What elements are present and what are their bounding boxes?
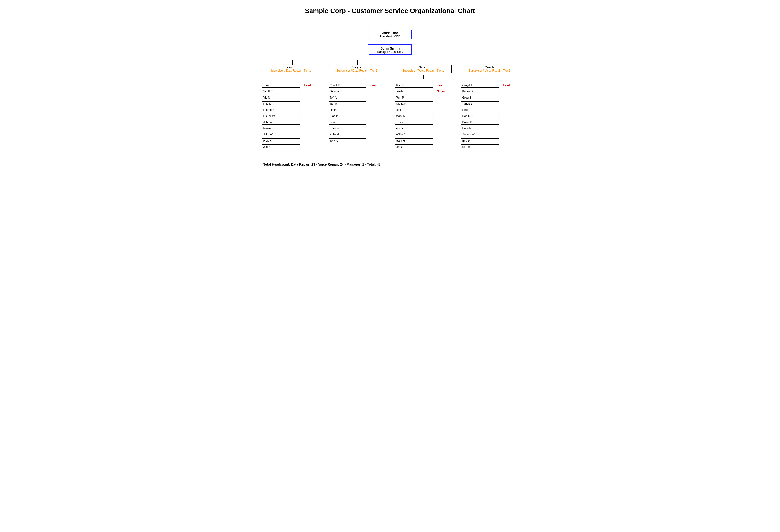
employee-box: Dan K xyxy=(329,120,367,125)
manager-box: John Smith Manager / Cust Serv xyxy=(368,44,412,55)
drop-line xyxy=(292,60,293,65)
employee-box: Linda H xyxy=(329,107,367,112)
employee-box: Angela W xyxy=(461,132,499,137)
employee-box: Tom P xyxy=(395,95,433,100)
member-row: David B xyxy=(461,120,518,125)
page-title: Sample Corp - Customer Service Organizat… xyxy=(5,7,775,15)
member-row: Gary H xyxy=(395,138,452,143)
employee-box: Jim S xyxy=(262,144,300,149)
supervisor-box: Paul JSupervisor / Data Repair - Tier 1 xyxy=(262,65,319,74)
employee-box: Andre T xyxy=(395,126,433,131)
member-row: Rosie T xyxy=(262,126,319,131)
employee-box: Rosie T xyxy=(262,126,300,131)
org-chart: John Doe President / CEO John Smith Mana… xyxy=(262,29,518,151)
member-row: Jeff A xyxy=(329,95,385,100)
employee-box: Alan B xyxy=(329,114,367,118)
employee-box: Joe N xyxy=(395,89,433,94)
role-tag: Lead xyxy=(437,84,444,87)
employee-box: Eve D xyxy=(461,138,499,143)
employee-box: Gloria K xyxy=(395,101,433,106)
member-row: Julie W xyxy=(262,132,319,137)
member-row: Angela W xyxy=(461,132,518,137)
drop-line xyxy=(357,60,358,65)
employee-box: Brenda B xyxy=(329,126,367,131)
employee-box: Jan R xyxy=(329,101,367,106)
employee-box: Tom V xyxy=(262,83,300,88)
member-row: Alan B xyxy=(329,114,385,118)
employee-box: Kim W xyxy=(461,144,499,149)
member-row: Joe NN Lead xyxy=(395,89,452,94)
headcount-footer: Total Headcount: Data Repair: 23 - Voice… xyxy=(261,162,519,166)
employee-box: Robin D xyxy=(461,114,499,118)
member-row: Robin D xyxy=(461,114,518,118)
member-row: Gloria K xyxy=(395,101,452,106)
manager-name: John Smith xyxy=(369,46,411,50)
member-row: Holly R xyxy=(461,126,518,131)
supervisor-box: Sam LSupervisor / Voice Repair - Tier 1 xyxy=(395,65,452,74)
employee-box: Greg S xyxy=(461,95,499,100)
employee-box: Vic N xyxy=(262,95,300,100)
employee-box: Tanya S xyxy=(461,101,499,106)
employee-box: Chuck W xyxy=(262,114,300,118)
employee-box: Julie W xyxy=(262,132,300,137)
connector-line xyxy=(390,55,390,60)
employee-box: Ray D xyxy=(262,101,300,106)
team-connector xyxy=(461,75,518,82)
member-row: Chuck W xyxy=(262,114,319,118)
member-row: Tom VLead xyxy=(262,83,319,88)
member-row: Tom P xyxy=(395,95,452,100)
supervisor-role: Supervisor / Voice Repair - Tier 1 xyxy=(395,69,451,72)
drop-line xyxy=(423,60,423,65)
supervisor-box: Carol RSupervisor / Voice Repair - Tier … xyxy=(461,65,518,74)
employee-box: Karen D xyxy=(461,89,499,94)
connector-line xyxy=(390,40,390,44)
employee-box: Scott C xyxy=(262,89,300,94)
supervisor-name: Sam L xyxy=(395,65,451,69)
member-row: Andre T xyxy=(395,126,452,131)
member-row: Jill L xyxy=(395,107,452,112)
employee-box: Greg M xyxy=(461,83,499,88)
member-row: Jan R xyxy=(329,101,385,106)
member-row: John A xyxy=(262,120,319,125)
team-column: Sally PSupervisor / Data Repair - Tier 2… xyxy=(329,65,385,151)
member-row: Tanya S xyxy=(461,101,518,106)
distribution-bar xyxy=(292,60,488,60)
employee-box: Willie A xyxy=(395,132,433,137)
employee-box: Robert S xyxy=(262,107,300,112)
employee-box: Tony C xyxy=(329,138,367,143)
member-row: Dan K xyxy=(329,120,385,125)
member-row: Bret KLead xyxy=(395,83,452,88)
employee-box: Bret K xyxy=(395,83,433,88)
member-row: Kim W xyxy=(461,144,518,149)
supervisor-role: Supervisor / Data Repair - Tier 1 xyxy=(262,69,319,72)
member-row: Vic N xyxy=(262,95,319,100)
team-connector xyxy=(395,75,452,82)
role-tag: Lead xyxy=(371,84,377,87)
supervisor-role: Supervisor / Voice Repair - Tier 2 xyxy=(461,69,518,72)
member-row: Eve D xyxy=(461,138,518,143)
employee-box: David B xyxy=(461,120,499,125)
role-tag: Lead xyxy=(304,84,311,87)
employee-box: George E xyxy=(329,89,367,94)
supervisor-name: Sally P xyxy=(329,65,385,69)
team-column: Sam LSupervisor / Voice Repair - Tier 1B… xyxy=(395,65,452,151)
employee-box: Linda T xyxy=(461,107,499,112)
employee-box: Jill L xyxy=(395,107,433,112)
employee-box: Chuck B xyxy=(329,83,367,88)
member-row: Brenda B xyxy=(329,126,385,131)
member-row: Kelly M xyxy=(329,132,385,137)
employee-box: Holly R xyxy=(461,126,499,131)
supervisor-role: Supervisor / Data Repair - Tier 2 xyxy=(329,69,385,72)
member-row: Jim S xyxy=(262,144,319,149)
team-column: Carol RSupervisor / Voice Repair - Tier … xyxy=(461,65,518,151)
role-tag: Lead xyxy=(503,84,510,87)
team-column: Paul JSupervisor / Data Repair - Tier 1T… xyxy=(262,65,319,151)
employee-box: Mary M xyxy=(395,114,433,118)
ceo-role: President / CEO xyxy=(369,35,411,38)
member-row: Chuck BLead xyxy=(329,83,385,88)
supervisor-name: Paul J xyxy=(262,65,319,69)
member-row: Greg MLead xyxy=(461,83,518,88)
member-row: Mary M xyxy=(395,114,452,118)
member-row: Linda T xyxy=(461,107,518,112)
member-row: Karen D xyxy=(461,89,518,94)
